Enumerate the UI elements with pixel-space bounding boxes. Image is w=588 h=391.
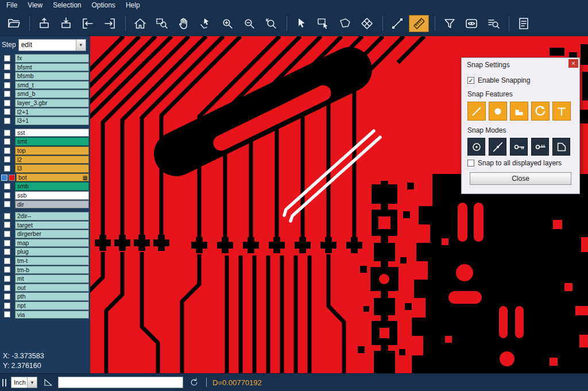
- layer-visibility-checkbox[interactable]: [4, 201, 10, 207]
- menu-selection[interactable]: Selection: [48, 0, 86, 11]
- step-dropdown[interactable]: edit ▾: [18, 39, 86, 51]
- home-view-button[interactable]: [130, 15, 150, 32]
- layer-name-label[interactable]: l3+1: [15, 117, 89, 125]
- layer-visibility-checkbox[interactable]: [4, 240, 10, 246]
- layer-visibility-checkbox[interactable]: [4, 138, 10, 145]
- layer-visibility-checkbox[interactable]: [4, 165, 10, 172]
- snap-nearest-button[interactable]: [489, 138, 506, 156]
- layer-visibility-checkbox[interactable]: [4, 213, 10, 219]
- layer-visibility-checkbox[interactable]: [4, 231, 10, 237]
- layer-name-label[interactable]: plug: [15, 247, 89, 256]
- layer-visibility-checkbox[interactable]: [4, 285, 10, 291]
- snap-corner-button[interactable]: [510, 102, 528, 121]
- layer-visibility-checkbox[interactable]: [4, 156, 10, 162]
- layer-name-label[interactable]: 2dir--: [15, 212, 89, 220]
- snap-outline-button[interactable]: [552, 138, 570, 156]
- layer-name-label[interactable]: top: [15, 146, 89, 155]
- snap-key-a-button[interactable]: [510, 138, 528, 156]
- layer-visibility-checkbox[interactable]: [4, 130, 10, 136]
- close-button[interactable]: Close: [470, 172, 572, 185]
- layer-visibility-checkbox[interactable]: [4, 293, 10, 300]
- layer-visibility-checkbox[interactable]: [4, 276, 10, 282]
- menu-view[interactable]: View: [22, 0, 48, 11]
- import-down-button[interactable]: [56, 15, 76, 32]
- snap-key-b-button[interactable]: [531, 138, 549, 156]
- layer-visibility-checkbox[interactable]: [4, 73, 10, 79]
- pointer-select-button[interactable]: [291, 15, 311, 32]
- layer-name-label[interactable]: bfsmt: [15, 63, 89, 72]
- layer-name-label[interactable]: l3: [15, 164, 89, 173]
- find-button[interactable]: [483, 15, 503, 32]
- unit-dropdown[interactable]: Inch ▾: [11, 377, 37, 388]
- report-button[interactable]: [513, 15, 533, 32]
- layer-visibility-checkbox[interactable]: [4, 192, 10, 199]
- layer-visibility-checkbox[interactable]: [4, 249, 10, 255]
- command-input[interactable]: [58, 377, 183, 388]
- layer-name-label[interactable]: sst: [15, 129, 89, 137]
- layer-visibility-checkbox[interactable]: [4, 109, 10, 115]
- layer-name-label[interactable]: l2: [15, 156, 89, 164]
- skew-transform-button[interactable]: [357, 15, 377, 32]
- layer-visibility-checkbox[interactable]: [4, 82, 10, 88]
- chevron-down-icon[interactable]: ▾: [76, 40, 86, 51]
- zoom-out-button[interactable]: [239, 15, 259, 32]
- layer-name-label[interactable]: pth: [15, 292, 89, 301]
- export-up-button[interactable]: [34, 15, 54, 32]
- enable-snapping-checkbox[interactable]: ✓: [467, 77, 474, 84]
- snap-line-button[interactable]: [467, 102, 486, 121]
- menu-options[interactable]: Options: [87, 0, 121, 11]
- layer-name-label[interactable]: bfsmb: [15, 72, 89, 80]
- layer-visibility-checkbox[interactable]: [1, 175, 7, 181]
- menu-file[interactable]: File: [1, 0, 22, 11]
- layer-name-label[interactable]: mt: [15, 274, 89, 283]
- layer-name-label[interactable]: fx: [15, 54, 89, 63]
- layer-visibility-checkbox[interactable]: [4, 266, 10, 273]
- snap-text-button[interactable]: [552, 102, 571, 121]
- layer-name-label[interactable]: out: [15, 284, 89, 292]
- layer-visibility-checkbox[interactable]: [4, 311, 10, 318]
- layer-name-label[interactable]: smd_b: [15, 90, 89, 98]
- layer-visibility-checkbox[interactable]: [4, 100, 10, 106]
- zoom-fit-button[interactable]: [261, 15, 281, 32]
- layer-name-label[interactable]: smb: [15, 182, 89, 191]
- import-left-button[interactable]: [78, 15, 98, 32]
- snap-all-layers-checkbox[interactable]: [467, 160, 474, 167]
- close-icon[interactable]: ×: [568, 59, 578, 68]
- layer-name-label[interactable]: bot▦: [16, 173, 89, 182]
- dialog-titlebar[interactable]: Snap Settings ×: [462, 58, 579, 71]
- filter-button[interactable]: [439, 15, 459, 32]
- layer-name-label[interactable]: dir: [15, 200, 89, 209]
- layer-name-label[interactable]: smt: [15, 137, 89, 146]
- snap-center-button[interactable]: [467, 138, 485, 156]
- view-options-button[interactable]: [461, 15, 481, 32]
- layer-visibility-checkbox[interactable]: [4, 55, 10, 61]
- layer-visibility-checkbox[interactable]: [4, 183, 10, 189]
- layer-name-label[interactable]: tm-b: [15, 266, 89, 274]
- layer-name-label[interactable]: map: [15, 239, 89, 247]
- layer-visibility-checkbox[interactable]: [4, 148, 10, 154]
- layer-name-label[interactable]: layer_3.gbr: [15, 99, 89, 107]
- export-right-button[interactable]: [99, 15, 119, 32]
- layer-visibility-checkbox[interactable]: [4, 118, 10, 124]
- measure-ruler-button[interactable]: [409, 15, 429, 32]
- layer-name-label[interactable]: tm-t: [15, 257, 89, 265]
- rectangle-select-button[interactable]: [313, 15, 333, 32]
- layer-name-label[interactable]: smd_t: [15, 81, 89, 90]
- menu-help[interactable]: Help: [121, 0, 145, 11]
- zoom-in-button[interactable]: [217, 15, 237, 32]
- chevron-down-icon[interactable]: ▾: [27, 377, 37, 388]
- layer-visibility-checkbox[interactable]: [4, 258, 10, 264]
- layer-visibility-checkbox[interactable]: [4, 303, 10, 309]
- layer-name-label[interactable]: via: [15, 311, 89, 319]
- layer-visibility-checkbox[interactable]: [4, 64, 10, 70]
- layer-name-label[interactable]: l2+1: [15, 108, 89, 117]
- snap-pad-button[interactable]: [489, 102, 507, 121]
- polygon-select-button[interactable]: [335, 15, 355, 32]
- layer-visibility-checkbox[interactable]: [4, 222, 10, 228]
- layer-name-label[interactable]: ssb: [15, 191, 89, 200]
- layer-name-label[interactable]: target: [15, 221, 89, 230]
- open-project-button[interactable]: [3, 15, 24, 32]
- pan-button[interactable]: [173, 15, 194, 32]
- lasso-select-button[interactable]: [195, 15, 215, 32]
- snap-arc-button[interactable]: [531, 102, 550, 121]
